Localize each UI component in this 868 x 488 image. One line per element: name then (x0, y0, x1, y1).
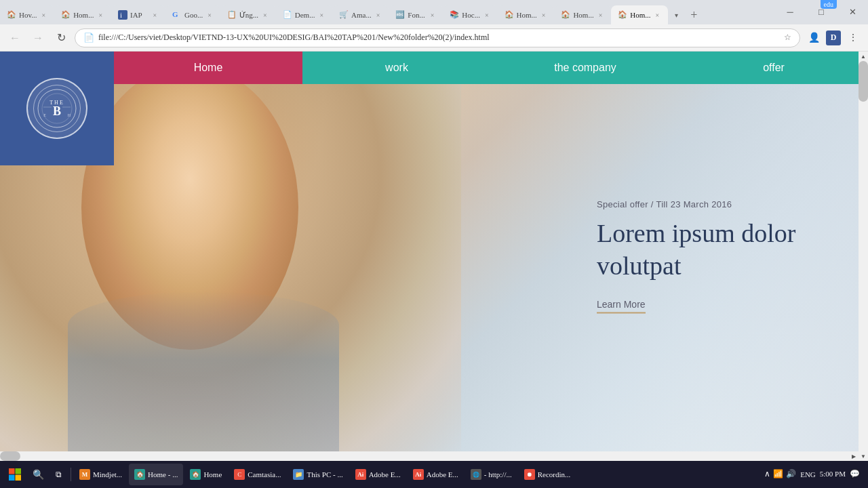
tab-7-label: Ama... (351, 11, 372, 19)
horizontal-scrollbar[interactable]: ▶ (0, 451, 859, 461)
tab-12-label: Hom... (630, 11, 650, 19)
tab-5[interactable]: 📋 Ứng... × (220, 5, 276, 24)
extensions-icon[interactable]: D (826, 30, 841, 45)
logo-inner: THE B E H (33, 85, 81, 132)
tab-8-close[interactable]: × (429, 11, 437, 20)
tab-6[interactable]: 📄 Dem... × (276, 5, 332, 24)
thispc-icon: 📁 (293, 469, 304, 480)
minimize-button[interactable]: ─ (774, 0, 806, 24)
nav-work[interactable]: work (302, 52, 491, 84)
tab-1-favicon: 🏠 (7, 10, 16, 20)
taskbar-home1[interactable]: 🏠 Home - ... (129, 464, 183, 485)
taskbar-camtasia-label: Camtasia... (248, 470, 281, 479)
notifications-icon[interactable]: 💬 (850, 469, 860, 479)
tab-11[interactable]: 🏠 Hom... × (554, 5, 611, 24)
taskbar-search-icon[interactable]: 🔍 (28, 465, 47, 484)
tab-7[interactable]: 🛒 Ama... × (332, 5, 389, 24)
taskbar-home1-label: Home - ... (148, 470, 178, 479)
tab-2-close[interactable]: × (96, 11, 104, 20)
system-clock[interactable]: 5:00 PM (820, 469, 846, 479)
portrait-body (68, 291, 339, 461)
webpage: THE B E H Home work (0, 52, 868, 461)
taskbar-mindjet[interactable]: M Mindjet... (74, 464, 127, 485)
nav-company-label: the company (554, 62, 616, 74)
nav-offer[interactable]: offer (679, 52, 868, 84)
taskbar-thispc-label: This PC - ... (307, 470, 342, 479)
close-button[interactable]: ✕ (837, 0, 868, 24)
user-account-icon[interactable]: 👤 (804, 28, 823, 47)
language-indicator[interactable]: ENG (800, 470, 816, 479)
toolbar-right: 👤 D ⋮ (804, 28, 863, 47)
taskbar-adobe1[interactable]: Ai Adobe E... (350, 464, 406, 485)
nav-home-label: Home (194, 62, 223, 74)
forward-button[interactable]: → (28, 28, 47, 47)
tab-7-favicon: 🛒 (339, 10, 349, 20)
maximize-button[interactable]: □ (806, 0, 837, 24)
start-button[interactable] (3, 464, 27, 485)
hero-heading-line2: volutpat (597, 251, 682, 279)
back-button[interactable]: ← (5, 28, 24, 47)
scroll-thumb[interactable] (859, 61, 868, 102)
tab-overflow-button[interactable]: ▾ (668, 5, 684, 24)
learn-more-button[interactable]: Learn More (597, 299, 646, 314)
home1-icon: 🏠 (134, 469, 145, 480)
tab-6-label: Dem... (295, 11, 315, 19)
tab-10[interactable]: 🏠 Hom... × (498, 5, 555, 24)
scroll-horiz-thumb[interactable] (0, 451, 20, 461)
taskbar-mindjet-label: Mindjet... (93, 470, 122, 479)
tab-8[interactable]: 🔤 Fon... × (389, 5, 443, 24)
tab-1[interactable]: 🏠 Hov... × (0, 5, 54, 24)
tab-12-close[interactable]: × (654, 11, 662, 20)
network-icon[interactable]: 📶 (773, 469, 783, 479)
taskbar-recording[interactable]: ⏺ Recordin... (519, 464, 576, 485)
tab-1-close[interactable]: × (39, 11, 47, 20)
tab-11-favicon: 🏠 (561, 10, 570, 20)
svg-rect-11 (16, 475, 22, 481)
tab-2-favicon: 🏠 (61, 10, 71, 20)
taskbar-thispc[interactable]: 📁 This PC - ... (288, 464, 348, 485)
tab-5-label: Ứng... (239, 11, 258, 20)
vertical-scrollbar[interactable]: ▲ ▼ (859, 52, 868, 461)
tab-9-favicon: 📚 (450, 10, 459, 20)
task-view-button[interactable]: ⧉ (49, 465, 68, 484)
tab-11-label: Hom... (573, 11, 593, 19)
url-bar[interactable]: 📄 file:///C:/Users/viet/Desktop/VIETND-1… (75, 28, 800, 47)
taskbar-camtasia[interactable]: C Camtasia... (229, 464, 286, 485)
scroll-right-arrow[interactable]: ▶ (849, 451, 859, 461)
navigation-bar: Home work the company offer (114, 52, 868, 84)
nav-company[interactable]: the company (491, 52, 679, 84)
tab-bar: 🏠 Hov... × 🏠 Hom... × i IAP × G Goo... ×… (0, 0, 868, 24)
tab-9[interactable]: 📚 Hoc... × (443, 5, 497, 24)
volume-icon[interactable]: 🔊 (786, 469, 796, 479)
tab-6-favicon: 📄 (283, 10, 292, 20)
tab-3[interactable]: i IAP × (111, 5, 165, 24)
new-tab-button[interactable]: + (684, 5, 703, 24)
bookmark-star-icon[interactable]: ☆ (784, 33, 791, 43)
windows-logo-icon (8, 468, 22, 481)
tab-4[interactable]: G Goo... × (165, 5, 220, 24)
address-bar: ← → ↻ 📄 file:///C:/Users/viet/Desktop/VI… (0, 24, 868, 52)
tab-4-close[interactable]: × (205, 11, 214, 20)
tab-10-close[interactable]: × (540, 11, 548, 20)
tab-5-close[interactable]: × (261, 11, 269, 20)
mindjet-icon: M (79, 469, 90, 480)
scroll-up-arrow[interactable]: ▲ (859, 52, 868, 61)
taskbar-adobe2[interactable]: Ai Adobe E... (408, 464, 464, 485)
tab-9-close[interactable]: × (483, 11, 491, 20)
taskbar-home2[interactable]: 🏠 Home (184, 464, 227, 485)
tab-2[interactable]: 🏠 Hom... × (54, 5, 111, 24)
nav-home[interactable]: Home (114, 52, 302, 84)
tab-6-close[interactable]: × (317, 11, 326, 20)
tab-3-close[interactable]: × (151, 11, 159, 20)
tray-up-arrow[interactable]: ∧ (764, 469, 770, 479)
refresh-button[interactable]: ↻ (52, 28, 71, 47)
taskbar-http[interactable]: 🌐 - http://... (465, 464, 517, 485)
menu-button[interactable]: ⋮ (844, 28, 863, 47)
tab-7-close[interactable]: × (374, 11, 382, 20)
tab-8-label: Fon... (408, 11, 425, 19)
tab-11-close[interactable]: × (597, 11, 605, 20)
tab-12-active[interactable]: 🏠 Hom... × (611, 5, 668, 24)
nav-work-label: work (385, 62, 408, 74)
special-offer-text: Special offer / Till 23 March 2016 (597, 199, 827, 209)
scroll-down-arrow[interactable]: ▼ (859, 451, 868, 461)
